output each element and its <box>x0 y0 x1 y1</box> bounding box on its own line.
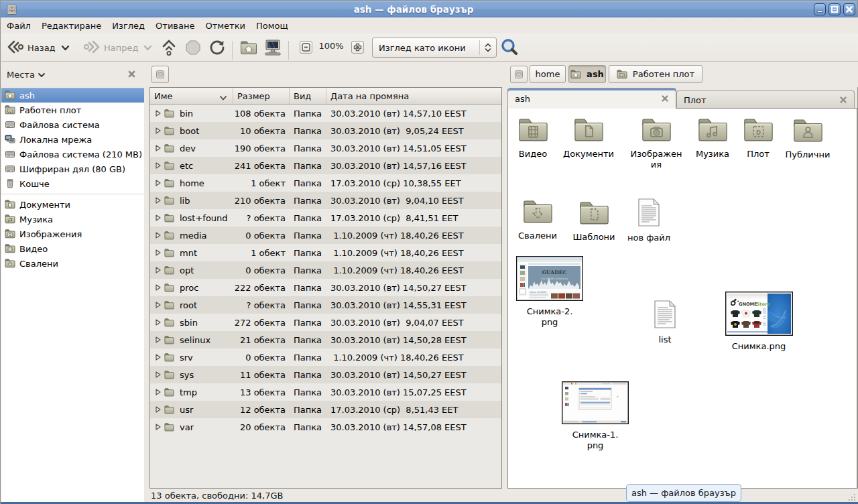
column-header-size[interactable]: Размер <box>233 88 290 104</box>
file-row-proc[interactable]: proc 222 обекта Папка 30.03.2010 (вт) 14… <box>150 279 501 296</box>
tab-ash[interactable]: ash <box>507 88 676 109</box>
expander-icon[interactable] <box>153 336 164 344</box>
icon-item-снимка-2.png[interactable]: GUADEC The GNOME conference About GUADEC… <box>515 256 585 328</box>
titlebar[interactable]: ash — файлов браузър <box>1 0 857 17</box>
sidebar-item-локална-мрежа[interactable]: Локална мрежа <box>1 132 144 147</box>
file-row-srv[interactable]: srv 0 обекта Папка 1.10.2009 (чт) 18,40,… <box>150 349 501 366</box>
icon-view-pane[interactable]: Видео Документи Изображения Музика D Пло… <box>507 108 857 489</box>
back-button[interactable]: Назад <box>4 37 74 58</box>
icon-item-плот[interactable]: D Плот <box>738 116 778 160</box>
resize-grip[interactable] <box>846 494 856 502</box>
icon-item-list[interactable]: list <box>645 300 685 345</box>
home-button[interactable] <box>237 37 260 58</box>
minimize-button[interactable] <box>814 3 826 15</box>
expander-icon[interactable] <box>153 179 164 187</box>
sidebar-title[interactable]: Места <box>7 70 35 80</box>
file-row-tmp[interactable]: tmp 13 обекта Папка 30.03.2010 (вт) 15,0… <box>150 383 501 401</box>
expander-icon[interactable] <box>153 423 164 431</box>
expander-icon[interactable] <box>153 127 164 135</box>
menu-file[interactable]: Файл <box>1 19 36 33</box>
file-row-opt[interactable]: opt 0 обекта Папка 1.10.2009 (чт) 18,40,… <box>150 261 501 279</box>
path-button-ash[interactable]: ash <box>568 65 606 83</box>
sidebar-item-кошче[interactable]: Кошче <box>1 176 144 191</box>
expander-icon[interactable] <box>153 353 164 361</box>
expander-icon[interactable] <box>153 144 164 152</box>
zoom-in-button[interactable] <box>351 41 364 54</box>
icon-item-документи[interactable]: Документи <box>558 116 619 160</box>
expander-icon[interactable] <box>153 388 164 396</box>
expander-icon[interactable] <box>153 162 164 170</box>
file-row-dev[interactable]: dev 190 обекта Папка 30.03.2010 (вт) 14,… <box>150 139 501 157</box>
sidebar-item-файлова-система[interactable]: Файлова система <box>1 117 144 132</box>
file-row-boot[interactable]: boot 10 обекта Папка 30.03.2010 (вт) 9,0… <box>150 122 501 139</box>
file-row-etc[interactable]: etc 241 обекта Папка 30.03.2010 (вт) 14,… <box>150 157 501 174</box>
icon-item-свалени[interactable]: Свалени <box>511 198 564 241</box>
maximize-button[interactable] <box>829 3 841 15</box>
view-mode-select[interactable]: Изглед като икони <box>372 38 497 58</box>
path-button-home[interactable]: home <box>530 65 566 83</box>
expander-icon[interactable] <box>153 371 164 379</box>
left-pane-location-toggle[interactable] <box>151 66 169 83</box>
sidebar-item-документи[interactable]: Документи <box>1 197 144 212</box>
icon-item-изображения[interactable]: Изображения <box>624 116 688 170</box>
expander-icon[interactable] <box>153 214 164 222</box>
file-row-sbin[interactable]: sbin 272 обекта Папка 30.03.2010 (вт) 9,… <box>150 314 501 331</box>
file-row-root[interactable]: root ? обекта Папка 30.03.2010 (вт) 14,5… <box>150 296 501 314</box>
sidebar-item-музика[interactable]: Музика <box>1 212 144 227</box>
expander-icon[interactable] <box>153 266 164 274</box>
sidebar-item-файлова-система-210-mb-[interactable]: Файлова система (210 MB) <box>1 147 144 162</box>
computer-button[interactable] <box>261 37 284 58</box>
file-row-media[interactable]: media 0 обекта Папка 1.10.2009 (чт) 18,4… <box>150 227 501 244</box>
sidebar-item-шифриран-дял-80-gb-[interactable]: Шифриран дял (80 GB) <box>1 162 144 176</box>
sidebar-item-свалени[interactable]: Свалени <box>1 256 144 271</box>
up-button[interactable] <box>157 37 181 58</box>
forward-button[interactable]: Напред <box>80 37 157 58</box>
icon-item-нов-файл[interactable]: нов файл <box>621 198 677 243</box>
expander-icon[interactable] <box>153 231 164 239</box>
expander-icon[interactable] <box>153 196 164 204</box>
file-row-sys[interactable]: sys 11 обекта Папка 30.03.2010 (вт) 14,5… <box>150 366 501 383</box>
icon-item-снимка-1.png[interactable]: Снимка-1.png <box>560 381 630 451</box>
sidebar-close-icon[interactable] <box>127 70 136 80</box>
file-row-mnt[interactable]: mnt 1 обект Папка 1.10.2009 (чт) 18,40,2… <box>150 244 501 261</box>
column-header-type[interactable]: Вид <box>290 88 326 104</box>
file-row-home[interactable]: home 1 обект Папка 17.03.2010 (ср) 10,38… <box>150 174 501 192</box>
expander-icon[interactable] <box>153 405 164 414</box>
file-row-lib[interactable]: lib 210 обекта Папка 30.03.2010 (вт) 9,0… <box>150 192 501 209</box>
file-row-lost+found[interactable]: lost+found ? обекта Папка 17.03.2010 (ср… <box>150 209 501 227</box>
file-row-usr[interactable]: usr 12 обекта Папка 17.03.2010 (ср) 8,51… <box>150 401 501 418</box>
menu-bookmarks[interactable]: Отметки <box>200 19 250 33</box>
file-row-selinux[interactable]: selinux 21 обекта Папка 30.03.2010 (вт) … <box>150 331 501 349</box>
path-button-работен-плот[interactable]: Работен плот <box>609 65 702 83</box>
icon-item-музика[interactable]: Музика <box>688 116 737 160</box>
column-header-date[interactable]: Дата на промяна <box>326 88 501 104</box>
right-pane-location-toggle[interactable] <box>510 66 528 83</box>
tab-плот[interactable]: Плот <box>676 90 855 109</box>
tab-close-icon[interactable] <box>660 93 670 104</box>
column-header-name[interactable]: Име <box>150 88 233 104</box>
expander-icon[interactable] <box>153 109 164 117</box>
menu-help[interactable]: Помощ <box>251 19 294 33</box>
sidebar-item-видео[interactable]: Видео <box>1 241 144 256</box>
expander-icon[interactable] <box>153 284 164 292</box>
menu-view[interactable]: Изглед <box>107 19 150 33</box>
menu-edit[interactable]: Редактиране <box>36 19 107 33</box>
icon-item-снимка.png[interactable]: GNOME Store Снимка.png <box>724 292 794 352</box>
search-button[interactable] <box>498 37 521 58</box>
expander-icon[interactable] <box>153 249 164 257</box>
sidebar-item-работен-плот[interactable]: Работен плот <box>1 103 144 117</box>
close-button[interactable] <box>843 3 855 15</box>
file-row-var[interactable]: var 20 обекта Папка 30.03.2010 (вт) 14,5… <box>150 418 501 436</box>
file-row-bin[interactable]: bin 108 обекта Папка 30.03.2010 (вт) 14,… <box>150 105 501 122</box>
sidebar-item-изображения[interactable]: Изображения <box>1 227 144 241</box>
reload-button[interactable] <box>205 37 229 58</box>
expander-icon[interactable] <box>153 318 164 326</box>
sidebar-dropdown-icon[interactable] <box>38 70 46 80</box>
expander-icon[interactable] <box>153 301 164 309</box>
menu-go[interactable]: Отиване <box>150 19 200 33</box>
tab-close-icon[interactable] <box>838 94 849 105</box>
sidebar-item-ash[interactable]: ash <box>1 88 144 103</box>
icon-item-шаблони[interactable]: Шаблони <box>566 199 621 243</box>
back-dropdown-icon[interactable] <box>58 43 72 53</box>
icon-item-видео[interactable]: Видео <box>508 116 558 160</box>
